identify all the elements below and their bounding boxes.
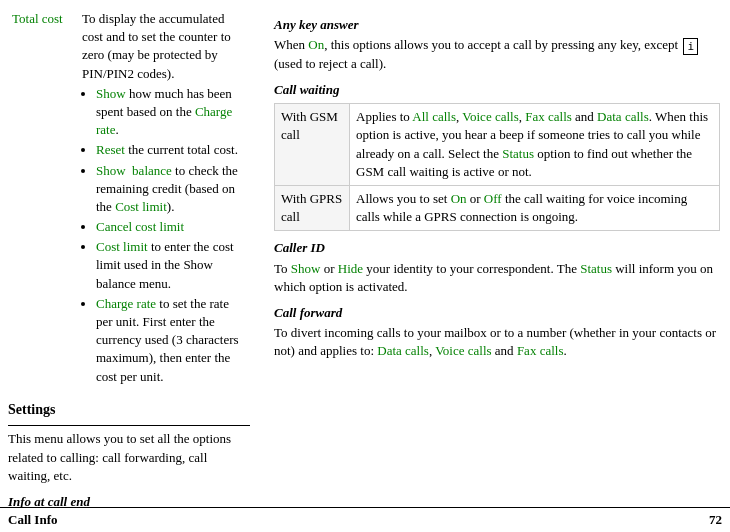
bullet-cancel-cost: Cancel cost limit: [96, 218, 246, 236]
total-cost-bullets: Show how much has been spent based on th…: [96, 85, 246, 386]
with-gprs-label: With GPRS call: [275, 186, 350, 231]
key-icon: i: [683, 38, 698, 55]
call-waiting-table: With GSM call Applies to All calls, Voic…: [274, 103, 720, 231]
any-key-answer-heading: Any key answer: [274, 16, 720, 34]
call-forward-para: To divert incoming calls to your mailbox…: [274, 324, 720, 360]
charge-rate-link: Charge rate: [96, 104, 232, 137]
with-gsm-desc: Applies to All calls, Voice calls, Fax c…: [350, 104, 720, 186]
page-wrapper: Total cost To display the accumulated co…: [0, 0, 730, 532]
bullet-cost-limit: Cost limit to enter the cost limit used …: [96, 238, 246, 293]
footer-left: Call Info: [8, 512, 57, 528]
with-gprs-desc: Allows you to set On or Off the call wai…: [350, 186, 720, 231]
settings-heading: Settings: [8, 400, 250, 420]
footer: Call Info 72: [0, 507, 730, 532]
with-gprs-row: With GPRS call Allows you to set On or O…: [275, 186, 720, 231]
caller-id-heading: Caller ID: [274, 239, 720, 257]
on-any-key: On: [308, 37, 324, 52]
with-gsm-row: With GSM call Applies to All calls, Voic…: [275, 104, 720, 186]
total-cost-label: Total cost: [12, 11, 63, 26]
bullet-reset: Reset the current total cost.: [96, 141, 246, 159]
settings-desc: This menu allows you to set all the opti…: [8, 430, 250, 485]
call-waiting-heading: Call waiting: [274, 81, 720, 99]
footer-right: 72: [709, 512, 722, 528]
right-column: Any key answer When On, this options all…: [260, 0, 730, 507]
any-key-answer-para: When On, this options allows you to acce…: [274, 36, 720, 73]
caller-id-para: To Show or Hide your identity to your co…: [274, 260, 720, 296]
total-cost-table: Total cost To display the accumulated co…: [8, 8, 250, 390]
content-area: Total cost To display the accumulated co…: [0, 0, 730, 507]
call-forward-heading: Call forward: [274, 304, 720, 322]
total-cost-desc: To display the accumulated cost and to s…: [78, 8, 250, 390]
with-gsm-label: With GSM call: [275, 104, 350, 186]
settings-divider: [8, 425, 250, 426]
bullet-charge-rate: Charge rate to set the rate per unit. Fi…: [96, 295, 246, 386]
bullet-show-balance: Show balance to check the remaining cred…: [96, 162, 246, 217]
bullet-show: Show how much has been spent based on th…: [96, 85, 246, 140]
info-at-call-end-heading: Info at call end: [8, 493, 250, 507]
left-column: Total cost To display the accumulated co…: [0, 0, 260, 507]
